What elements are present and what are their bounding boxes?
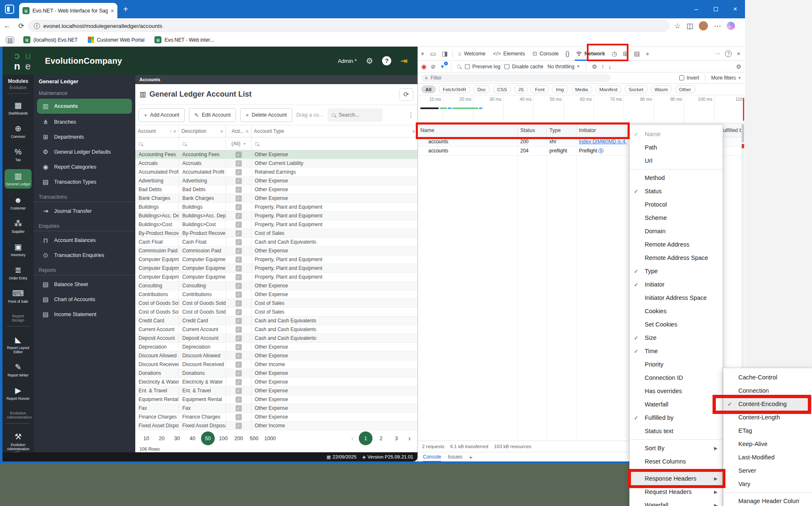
sidebar-item[interactable]: Transactions bbox=[34, 189, 135, 202]
menu-item[interactable]: ✓ Fulfilled by ▶ bbox=[630, 411, 723, 424]
column-header-account-type[interactable]: Account Type ≡ bbox=[251, 125, 417, 137]
devtools-close-icon[interactable]: × bbox=[737, 50, 740, 57]
menu-item[interactable]: ✓ Keep-Alive ▶ bbox=[723, 437, 812, 451]
type-chip[interactable]: Font bbox=[531, 85, 549, 93]
menu-item[interactable]: ✓ Cache-Control ▶ bbox=[723, 371, 812, 384]
type-filter-input[interactable] bbox=[251, 137, 417, 150]
table-row[interactable]: Buildings Buildings ✓ Property, Plant an… bbox=[135, 203, 417, 212]
menu-item[interactable]: ✓ ▶ bbox=[630, 167, 723, 171]
profile-avatar[interactable] bbox=[699, 21, 708, 30]
active-checkbox[interactable]: ✓ bbox=[236, 300, 242, 307]
active-checkbox[interactable]: ✓ bbox=[236, 187, 242, 193]
active-checkbox[interactable]: ✓ bbox=[236, 257, 242, 263]
page-number-button[interactable]: 1 bbox=[359, 431, 372, 445]
type-chip[interactable]: Fetch/XHR bbox=[439, 85, 470, 93]
active-checkbox[interactable]: ✓ bbox=[236, 309, 242, 315]
add-account-button[interactable]: + Add Account bbox=[139, 108, 185, 122]
tab-close-icon[interactable]: × bbox=[111, 7, 114, 14]
active-checkbox[interactable]: ✓ bbox=[236, 222, 242, 228]
preflight-info-icon[interactable]: ⇅ bbox=[598, 148, 603, 153]
module-item[interactable]: ◣ Report Layout Editor bbox=[2, 334, 34, 356]
type-chip[interactable]: All bbox=[421, 85, 436, 93]
network-filter-input[interactable]: ≡ bbox=[421, 74, 611, 82]
menu-item[interactable]: ✓ Last-Modified ▶ bbox=[723, 451, 812, 464]
record-icon[interactable]: ◉ bbox=[421, 63, 427, 70]
table-row[interactable]: Equipment Rental Equipment Rental ✓ Othe… bbox=[135, 395, 417, 404]
active-checkbox[interactable]: ✓ bbox=[236, 379, 242, 385]
initiator-link[interactable]: index-DIMj60MD.js:4. bbox=[579, 139, 627, 145]
table-row[interactable]: Electricity & Water Electricity & Water … bbox=[135, 378, 417, 386]
table-row[interactable]: Cost of Goods Sold - ... Cost of Goods S… bbox=[135, 308, 417, 317]
active-checkbox[interactable]: ✓ bbox=[236, 388, 242, 394]
module-item[interactable]: Report Design bbox=[2, 311, 34, 328]
filter-icon[interactable]: ≡ bbox=[174, 129, 176, 134]
menu-item[interactable]: ✓ Scheme ▶ bbox=[630, 211, 723, 224]
more-filters-select[interactable]: More filters▼ bbox=[711, 75, 741, 81]
table-row[interactable]: Commission Paid Commission Paid ✓ Other … bbox=[135, 247, 417, 255]
tab-console[interactable]: ⊡ Console bbox=[529, 47, 562, 61]
active-checkbox[interactable]: ✓ bbox=[236, 361, 242, 368]
active-checkbox[interactable]: ✓ bbox=[236, 178, 242, 184]
module-item[interactable]: ⊕ Common bbox=[2, 122, 34, 140]
timeline-overview[interactable]: 10 ms20 ms30 ms40 ms50 ms60 ms70 ms80 ms… bbox=[418, 95, 745, 123]
module-item[interactable]: ▶ Report Runner bbox=[2, 384, 34, 402]
settings-user-icon[interactable]: ⚙ bbox=[366, 56, 373, 66]
type-chip[interactable]: Other bbox=[675, 85, 695, 93]
table-row[interactable]: Advertising Advertising ✓ Other Expense bbox=[135, 177, 417, 185]
bookmark-item[interactable]: u Evo.NET - Web inter... bbox=[154, 36, 214, 43]
bookmark-item[interactable]: Customer Web Portal bbox=[88, 36, 145, 43]
active-checkbox[interactable]: ✓ bbox=[236, 169, 242, 175]
table-row[interactable]: Cash Float Cash Float ✓ Cash and Cash Eq… bbox=[135, 238, 417, 247]
active-checkbox[interactable]: ✓ bbox=[236, 353, 242, 359]
menu-item[interactable]: ✓ Vary ▶ bbox=[723, 477, 812, 491]
type-chip[interactable]: CSS bbox=[493, 85, 511, 93]
search-input[interactable] bbox=[339, 112, 374, 118]
network-settings-gear-icon[interactable]: ⚙ bbox=[736, 63, 741, 70]
menu-item[interactable]: ✓ ▶ bbox=[630, 438, 723, 441]
table-row[interactable]: Depreciation Depreciation ✓ Other Expens… bbox=[135, 343, 417, 351]
menu-item[interactable]: ✓ ▶ bbox=[723, 491, 812, 494]
sidebar-item[interactable]: ▤ Chart of Accounts bbox=[34, 292, 135, 307]
column-name[interactable]: Name bbox=[418, 123, 518, 137]
active-checkbox[interactable]: ✓ bbox=[236, 265, 242, 272]
column-header-description[interactable]: Description ≡ bbox=[179, 125, 226, 137]
active-filter-select[interactable]: (All)▾ bbox=[226, 137, 251, 150]
logout-icon[interactable]: ⇥ bbox=[400, 56, 407, 66]
sources-icon[interactable]: {} bbox=[562, 50, 572, 57]
table-row[interactable]: Bank Charges Bank Charges ✓ Other Expens… bbox=[135, 194, 417, 203]
table-row[interactable]: Credit Card Credit Card ✓ Cash and Cash … bbox=[135, 317, 417, 325]
table-row[interactable]: Accruals Accruals ✓ Other Current Liabil… bbox=[135, 159, 417, 168]
split-screen-icon[interactable]: ◫ bbox=[686, 22, 693, 30]
delete-account-button[interactable]: × Delete Account bbox=[240, 108, 292, 122]
module-item[interactable]: ▦ Dashboards bbox=[2, 99, 34, 117]
filter-icon[interactable]: ≡ bbox=[412, 129, 415, 134]
table-row[interactable]: By-Product Recovery By-Product Recovery … bbox=[135, 229, 417, 238]
menu-item[interactable]: ✓ Content-Encoding ▶ bbox=[723, 397, 812, 411]
drawer-add-icon[interactable]: + bbox=[469, 454, 473, 461]
menu-item[interactable]: ✓ Server ▶ bbox=[723, 464, 812, 477]
page-number-button[interactable]: 3 bbox=[390, 431, 403, 445]
disable-cache-checkbox[interactable]: Disable cache bbox=[504, 64, 543, 70]
menu-item[interactable]: ✓ Domain ▶ bbox=[630, 224, 723, 238]
page-size-button[interactable]: 30 bbox=[170, 431, 184, 445]
module-item[interactable]: ✎ Report Writer bbox=[2, 361, 34, 379]
table-row[interactable]: Discount Received Discount Received ✓ Ot… bbox=[135, 360, 417, 369]
active-checkbox[interactable]: ✓ bbox=[236, 423, 242, 429]
sidebar-item[interactable]: Enquiries bbox=[34, 219, 135, 231]
table-row[interactable]: Discount Allowed Discount Allowed ✓ Othe… bbox=[135, 351, 417, 360]
sidebar-item[interactable]: ▥ Accounts bbox=[37, 99, 132, 114]
table-row[interactable]: Fixed Asset Disposal Fixed Asset Disposa… bbox=[135, 421, 417, 430]
edit-account-button[interactable]: ✎ Edit Account bbox=[189, 108, 236, 122]
user-menu[interactable]: Admin * bbox=[338, 58, 357, 64]
menu-item[interactable]: ✓ Method ▶ bbox=[630, 171, 723, 184]
next-page-icon[interactable]: › bbox=[406, 435, 413, 442]
active-checkbox[interactable]: ✓ bbox=[236, 239, 242, 245]
filter-icon[interactable]: ≡ bbox=[221, 129, 223, 134]
refresh-button[interactable]: ⟳ bbox=[399, 88, 413, 101]
throttling-select[interactable]: No throttling▼ bbox=[547, 64, 580, 70]
copilot-icon[interactable] bbox=[727, 22, 735, 30]
device-toolbar-icon[interactable]: ▭ bbox=[427, 50, 439, 57]
active-checkbox[interactable]: ✓ bbox=[236, 414, 242, 420]
type-chip[interactable]: Manifest bbox=[595, 85, 621, 93]
application-icon[interactable]: ▤ bbox=[631, 50, 643, 57]
